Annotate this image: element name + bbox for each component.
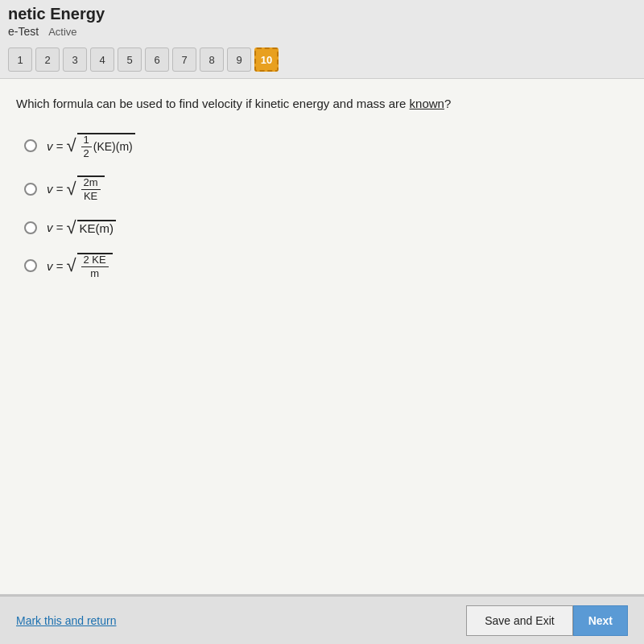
formula-c: v = √ KE(m) <box>47 219 116 237</box>
subtitle-row: e-Test Active <box>8 25 636 43</box>
option-c[interactable]: v = √ KE(m) <box>24 219 628 237</box>
nav-btn-4[interactable]: 4 <box>90 47 114 72</box>
screen: netic Energy e-Test Active 1 2 3 4 5 6 7… <box>0 0 644 644</box>
option-a[interactable]: v = √ 1 2 (KE)(m) <box>24 133 628 160</box>
radio-c[interactable] <box>24 221 37 234</box>
formula-d: v = √ 2 KE m <box>47 253 113 280</box>
nav-btn-9[interactable]: 9 <box>227 47 251 72</box>
nav-btn-7[interactable]: 7 <box>172 47 196 72</box>
save-exit-button[interactable]: Save and Exit <box>466 605 572 636</box>
status-badge: Active <box>48 26 76 38</box>
nav-btn-10[interactable]: 10 <box>254 47 279 72</box>
answer-options: v = √ 1 2 (KE)(m) <box>16 133 628 280</box>
nav-btn-8[interactable]: 8 <box>200 47 224 72</box>
formula-b: v = √ 2m KE <box>47 175 105 203</box>
next-button[interactable]: Next <box>573 605 628 636</box>
radio-d[interactable] <box>24 259 37 272</box>
nav-btn-3[interactable]: 3 <box>63 47 87 72</box>
page-title: netic Energy <box>8 5 636 25</box>
bottom-buttons: Save and Exit Next <box>466 605 628 636</box>
radio-b[interactable] <box>24 183 37 196</box>
nav-btn-5[interactable]: 5 <box>118 47 142 72</box>
formula-a: v = √ 1 2 (KE)(m) <box>47 133 135 160</box>
nav-btn-6[interactable]: 6 <box>145 47 169 72</box>
radio-a[interactable] <box>24 139 37 152</box>
title-text: netic Energy <box>8 5 105 23</box>
nav-btn-2[interactable]: 2 <box>35 47 60 72</box>
mark-return-link[interactable]: Mark this and return <box>16 614 117 627</box>
bottom-bar: Mark this and return Save and Exit Next <box>0 596 644 644</box>
mode-label: e-Test <box>8 25 39 38</box>
nav-btn-1[interactable]: 1 <box>8 47 32 72</box>
option-d[interactable]: v = √ 2 KE m <box>24 253 628 280</box>
option-b[interactable]: v = √ 2m KE <box>24 175 628 203</box>
question-nav: 1 2 3 4 5 6 7 8 9 10 <box>8 43 636 78</box>
top-bar: netic Energy e-Test Active 1 2 3 4 5 6 7… <box>0 0 644 79</box>
question-text: Which formula can be used to find veloci… <box>16 95 628 114</box>
main-content: Which formula can be used to find veloci… <box>0 79 644 594</box>
